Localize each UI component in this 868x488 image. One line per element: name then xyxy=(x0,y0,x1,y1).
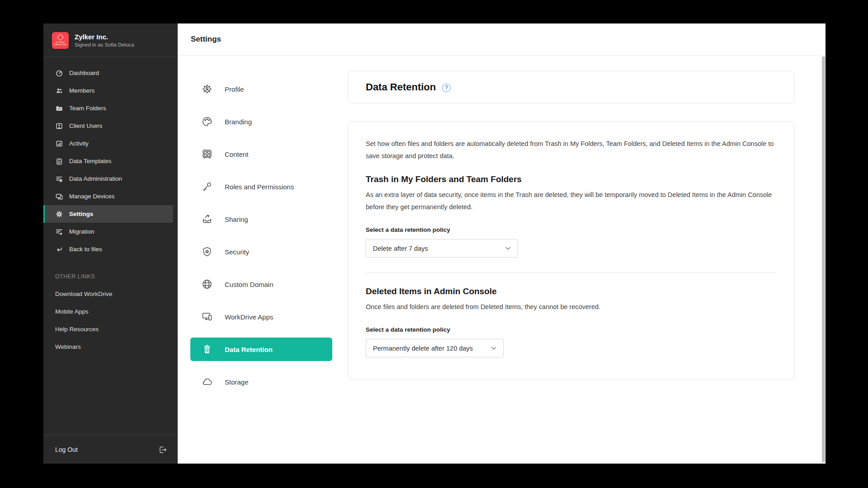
tab-sharing[interactable]: Sharing xyxy=(190,207,332,231)
link-help-resources[interactable]: Help Resources xyxy=(43,320,178,338)
profile-gear-icon xyxy=(201,83,213,95)
tab-storage[interactable]: Storage xyxy=(190,370,332,394)
trash-section-heading: Trash in My Folders and Team Folders xyxy=(366,174,777,184)
sidebar-footer: Log Out xyxy=(43,435,178,464)
tab-label: Roles and Permissions xyxy=(225,183,294,191)
org-header: ZYLKER CREATIVES Zylker Inc. Signed in a… xyxy=(43,23,178,57)
sidebar-item-dashboard[interactable]: Dashboard xyxy=(43,64,178,82)
sidebar-item-label: Activity xyxy=(69,140,89,147)
link-mobile-apps[interactable]: Mobile Apps xyxy=(43,303,178,320)
data-retention-settings-card: Set how often files and folders are auto… xyxy=(348,121,794,380)
help-icon[interactable]: ? xyxy=(442,84,451,92)
tab-label: Sharing xyxy=(225,216,248,223)
roles-key-icon xyxy=(201,181,213,192)
sidebar-item-data-administration[interactable]: Data Administration xyxy=(43,170,178,188)
tab-label: Content xyxy=(225,150,249,158)
sidebar-item-label: Team Folders xyxy=(69,105,106,112)
settings-nav: Profile Branding Content xyxy=(178,56,332,464)
content-area: Data Retention ? Set how often files and… xyxy=(348,56,794,464)
storage-cloud-icon xyxy=(201,376,213,388)
scrollbar-thumb[interactable] xyxy=(822,56,825,462)
chevron-down-icon xyxy=(505,247,511,250)
link-webinars[interactable]: Webinars xyxy=(43,338,178,356)
sidebar-item-label: Back to files xyxy=(69,246,102,253)
org-logo: ZYLKER CREATIVES xyxy=(52,32,69,49)
tab-profile[interactable]: Profile xyxy=(190,77,332,101)
sidebar-item-migration[interactable]: Migration xyxy=(43,223,178,240)
tab-label: Profile xyxy=(225,85,244,93)
workdrive-apps-icon xyxy=(201,311,213,323)
deleted-items-retention-policy-select[interactable]: Permanently delete after 120 days xyxy=(366,339,504,357)
sidebar-item-label: Dashboard xyxy=(69,70,99,76)
main-header: Settings xyxy=(178,23,826,56)
sidebar-item-label: Migration xyxy=(69,228,94,235)
team-folders-icon xyxy=(55,105,63,112)
data-retention-header-card: Data Retention ? xyxy=(348,71,794,103)
main-area: Settings Profile Branding xyxy=(178,23,826,464)
sidebar-item-label: Data Administration xyxy=(69,175,122,182)
sidebar-item-label: Client Users xyxy=(69,122,103,129)
page-title: Data Retention xyxy=(366,81,436,93)
data-retention-trash-icon xyxy=(201,343,213,355)
activity-icon xyxy=(55,140,63,147)
dashboard-icon xyxy=(55,70,63,77)
custom-domain-globe-icon xyxy=(201,278,213,290)
sidebar-item-back-to-files[interactable]: Back to files xyxy=(43,240,178,258)
sidebar-item-members[interactable]: Members xyxy=(43,82,178,99)
tab-label: Branding xyxy=(225,118,252,126)
settings-gear-icon xyxy=(55,211,63,218)
app-window: ZYLKER CREATIVES Zylker Inc. Signed in a… xyxy=(43,23,826,464)
logout-icon[interactable] xyxy=(159,446,167,454)
chevron-down-icon xyxy=(491,347,496,350)
data-templates-icon xyxy=(55,158,63,165)
tab-label: WorkDrive Apps xyxy=(225,313,273,321)
deleted-items-policy-label: Select a data retention policy xyxy=(366,326,777,333)
tab-content[interactable]: Content xyxy=(190,142,332,166)
sharing-tray-icon xyxy=(201,213,213,225)
sidebar: ZYLKER CREATIVES Zylker Inc. Signed in a… xyxy=(43,23,178,464)
selected-policy-value: Permanently delete after 120 days xyxy=(373,345,473,352)
sidebar-item-label: Data Templates xyxy=(69,158,112,164)
tab-roles-permissions[interactable]: Roles and Permissions xyxy=(190,175,332,198)
migration-icon xyxy=(55,228,63,235)
other-links-header: OTHER LINKS xyxy=(43,267,178,285)
logout-button[interactable]: Log Out xyxy=(55,446,78,453)
tab-label: Data Retention xyxy=(225,346,273,353)
deleted-items-section-heading: Deleted Items in Admin Console xyxy=(366,286,777,296)
sidebar-item-settings[interactable]: Settings xyxy=(43,205,173,223)
sidebar-item-label: Manage Devices xyxy=(69,193,115,200)
sidebar-item-data-templates[interactable]: Data Templates xyxy=(43,152,178,170)
tab-branding[interactable]: Branding xyxy=(190,110,332,133)
trash-policy-label: Select a data retention policy xyxy=(366,226,777,233)
branding-palette-icon xyxy=(201,116,213,127)
link-download-workdrive[interactable]: Download WorkDrive xyxy=(43,285,178,303)
sidebar-item-manage-devices[interactable]: Manage Devices xyxy=(43,188,178,205)
security-shield-icon xyxy=(201,246,213,258)
client-users-icon xyxy=(55,122,63,130)
tab-security[interactable]: Security xyxy=(190,240,332,263)
diamond-logo-icon xyxy=(57,34,64,41)
org-info: Zylker Inc. Signed in as Sofia Deluca xyxy=(75,33,134,47)
deleted-items-section-description: Once files and folders are deleted from … xyxy=(366,301,777,313)
sidebar-item-activity[interactable]: Activity xyxy=(43,135,178,152)
members-icon xyxy=(55,87,63,94)
back-arrow-icon xyxy=(55,246,63,253)
tab-custom-domain[interactable]: Custom Domain xyxy=(190,272,332,296)
sidebar-item-team-folders[interactable]: Team Folders xyxy=(43,99,178,117)
manage-devices-icon xyxy=(55,193,63,200)
signed-in-as: Signed in as Sofia Deluca xyxy=(75,42,134,47)
tab-label: Storage xyxy=(225,378,249,386)
page-header-title: Settings xyxy=(191,35,221,44)
sidebar-item-client-users[interactable]: Client Users xyxy=(43,117,178,135)
tab-data-retention[interactable]: Data Retention xyxy=(190,338,332,361)
selected-policy-value: Delete after 7 days xyxy=(373,245,428,252)
intro-text: Set how often files and folders are auto… xyxy=(366,138,777,162)
tab-workdrive-apps[interactable]: WorkDrive Apps xyxy=(190,305,332,328)
logo-text-line2: CREATIVES xyxy=(54,43,67,46)
sidebar-nav: Dashboard Members Team Folders Client Us… xyxy=(43,57,178,356)
tab-label: Custom Domain xyxy=(225,281,274,288)
tab-label: Security xyxy=(225,248,249,256)
content-safe-icon xyxy=(201,148,213,160)
section-divider xyxy=(366,272,777,273)
trash-retention-policy-select[interactable]: Delete after 7 days xyxy=(366,239,518,258)
